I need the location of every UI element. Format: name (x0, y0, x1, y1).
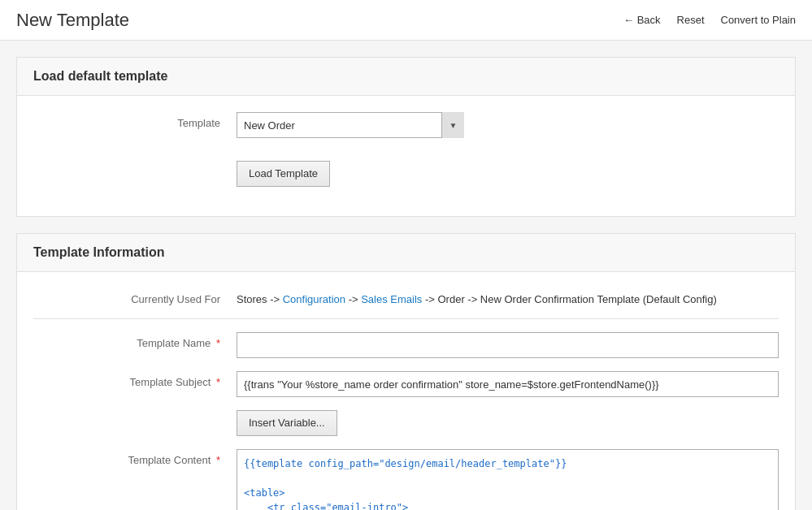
load-template-button[interactable]: Load Template (237, 161, 330, 187)
template-name-required: * (216, 337, 220, 349)
page-title: New Template (16, 10, 129, 31)
load-template-row: Load Template (33, 151, 779, 187)
template-content-wrapper (237, 449, 779, 510)
template-info-title: Template Information (17, 234, 795, 272)
content-area: Load default template Template New Order… (0, 41, 812, 510)
template-subject-label: Template Subject * (33, 371, 237, 388)
insert-variable-button[interactable]: Insert Variable... (237, 410, 337, 436)
header-actions: ← Back Reset Convert to Plain (623, 14, 796, 26)
suffix-text: -> Order -> New Order Confirmation Templ… (422, 293, 716, 305)
template-name-input[interactable] (237, 332, 779, 358)
template-select-row: Template New Order New Order Guest New I… (33, 112, 779, 138)
back-button[interactable]: ← Back (623, 14, 661, 26)
load-template-label-spacer (33, 151, 237, 156)
currently-used-field: Stores -> Configuration -> Sales Emails … (237, 288, 779, 305)
template-name-label: Template Name * (33, 332, 237, 349)
currently-used-row: Currently Used For Stores -> Configurati… (33, 288, 779, 305)
template-label: Template (33, 112, 237, 129)
load-default-title: Load default template (17, 58, 795, 96)
load-template-field: Load Template (237, 151, 779, 187)
insert-variable-row: Insert Variable... (33, 410, 779, 436)
template-subject-required: * (216, 376, 220, 388)
template-field: New Order New Order Guest New Invoice Ne… (237, 112, 779, 138)
template-info-content: Currently Used For Stores -> Configurati… (17, 272, 795, 510)
template-content-input[interactable] (237, 449, 779, 510)
template-select-wrapper: New Order New Order Guest New Invoice Ne… (237, 112, 464, 138)
page-header: New Template ← Back Reset Convert to Pla… (0, 0, 812, 41)
arrow1-text: -> (345, 293, 361, 305)
template-content-row: Template Content * (33, 449, 779, 510)
currently-used-text: Stores -> Configuration -> Sales Emails … (237, 288, 779, 305)
template-name-field (237, 332, 779, 358)
template-subject-field (237, 371, 779, 397)
template-select[interactable]: New Order New Order Guest New Invoice Ne… (237, 112, 464, 138)
convert-to-plain-button[interactable]: Convert to Plain (721, 14, 797, 26)
template-info-section: Template Information Currently Used For … (16, 233, 796, 510)
template-content-label: Template Content * (33, 449, 237, 466)
sales-emails-link[interactable]: Sales Emails (361, 293, 422, 305)
template-subject-input[interactable] (237, 371, 779, 397)
reset-button[interactable]: Reset (677, 14, 705, 26)
stores-text: Stores -> (237, 293, 283, 305)
back-label: ← Back (623, 14, 661, 26)
load-default-content: Template New Order New Order Guest New I… (17, 96, 795, 216)
template-subject-row: Template Subject * (33, 371, 779, 397)
load-default-section: Load default template Template New Order… (16, 57, 796, 217)
template-name-row: Template Name * (33, 332, 779, 358)
template-content-required: * (216, 454, 220, 466)
divider (33, 318, 779, 319)
configuration-link[interactable]: Configuration (283, 293, 345, 305)
currently-used-label: Currently Used For (33, 288, 237, 305)
